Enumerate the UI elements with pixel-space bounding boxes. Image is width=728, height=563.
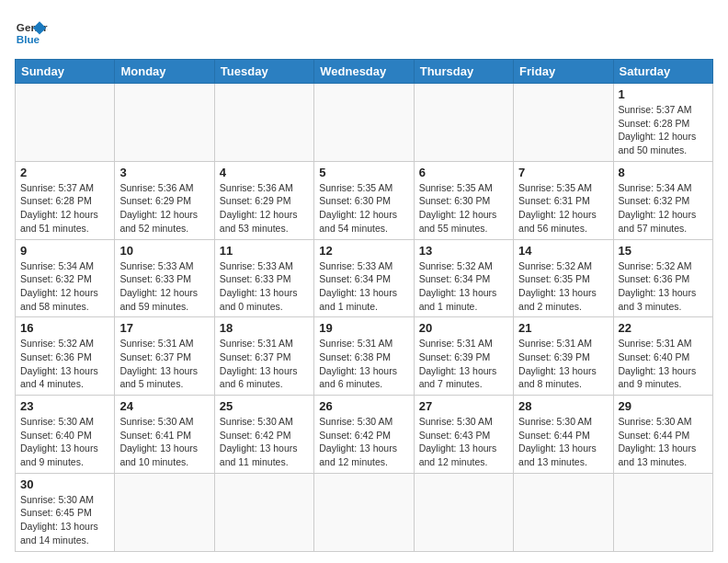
calendar-cell: 7Sunrise: 5:35 AM Sunset: 6:31 PM Daylig… (514, 161, 613, 239)
calendar-cell: 30Sunrise: 5:30 AM Sunset: 6:45 PM Dayli… (16, 473, 115, 551)
calendar-cell (314, 84, 414, 162)
day-number: 5 (319, 166, 408, 179)
calendar-cell: 8Sunrise: 5:34 AM Sunset: 6:32 PM Daylig… (613, 161, 712, 239)
day-header-thursday: Thursday (414, 60, 513, 84)
day-info: Sunrise: 5:30 AM Sunset: 6:40 PM Dayligh… (20, 415, 109, 469)
day-number: 28 (518, 399, 608, 413)
day-info: Sunrise: 5:33 AM Sunset: 6:34 PM Dayligh… (319, 259, 408, 314)
logo-icon: General Blue (15, 15, 48, 48)
day-info: Sunrise: 5:31 AM Sunset: 6:38 PM Dayligh… (319, 337, 408, 391)
calendar-cell (414, 84, 513, 162)
calendar-cell: 28Sunrise: 5:30 AM Sunset: 6:44 PM Dayli… (514, 396, 613, 474)
calendar-cell: 10Sunrise: 5:33 AM Sunset: 6:33 PM Dayli… (115, 239, 214, 317)
day-number: 24 (119, 399, 209, 413)
logo: General Blue (15, 15, 48, 48)
calendar-cell (514, 473, 613, 551)
day-info: Sunrise: 5:34 AM Sunset: 6:32 PM Dayligh… (619, 181, 708, 236)
day-info: Sunrise: 5:35 AM Sunset: 6:30 PM Dayligh… (319, 181, 408, 236)
day-info: Sunrise: 5:32 AM Sunset: 6:34 PM Dayligh… (419, 259, 508, 314)
calendar-cell: 4Sunrise: 5:36 AM Sunset: 6:29 PM Daylig… (214, 161, 313, 239)
day-number: 30 (20, 477, 109, 491)
day-number: 12 (319, 244, 408, 258)
calendar-cell (613, 473, 712, 551)
calendar-cell: 12Sunrise: 5:33 AM Sunset: 6:34 PM Dayli… (314, 239, 414, 317)
day-number: 9 (20, 244, 109, 258)
header: General Blue (15, 15, 713, 48)
calendar-cell: 25Sunrise: 5:30 AM Sunset: 6:42 PM Dayli… (214, 396, 313, 474)
calendar: SundayMondayTuesdayWednesdayThursdayFrid… (15, 59, 713, 552)
day-info: Sunrise: 5:31 AM Sunset: 6:37 PM Dayligh… (220, 337, 309, 391)
calendar-cell: 13Sunrise: 5:32 AM Sunset: 6:34 PM Dayli… (414, 239, 513, 317)
calendar-cell: 23Sunrise: 5:30 AM Sunset: 6:40 PM Dayli… (16, 396, 115, 474)
day-number: 10 (119, 244, 209, 258)
day-number: 27 (419, 399, 508, 413)
day-number: 1 (619, 87, 708, 101)
calendar-cell: 26Sunrise: 5:30 AM Sunset: 6:42 PM Dayli… (314, 396, 414, 474)
calendar-week-row: 2Sunrise: 5:37 AM Sunset: 6:28 PM Daylig… (16, 161, 713, 239)
day-number: 14 (518, 244, 608, 258)
day-number: 23 (20, 399, 109, 413)
day-number: 19 (319, 321, 408, 335)
day-info: Sunrise: 5:37 AM Sunset: 6:28 PM Dayligh… (20, 181, 109, 236)
calendar-week-row: 16Sunrise: 5:32 AM Sunset: 6:36 PM Dayli… (16, 317, 713, 396)
day-info: Sunrise: 5:30 AM Sunset: 6:42 PM Dayligh… (319, 415, 408, 469)
day-number: 18 (220, 321, 309, 335)
calendar-cell: 27Sunrise: 5:30 AM Sunset: 6:43 PM Dayli… (414, 396, 513, 474)
day-number: 25 (220, 399, 309, 413)
calendar-cell: 6Sunrise: 5:35 AM Sunset: 6:30 PM Daylig… (414, 161, 513, 239)
day-number: 2 (20, 166, 109, 179)
day-header-wednesday: Wednesday (314, 60, 414, 84)
calendar-week-row: 9Sunrise: 5:34 AM Sunset: 6:32 PM Daylig… (16, 239, 713, 317)
day-number: 3 (119, 166, 209, 179)
day-info: Sunrise: 5:32 AM Sunset: 6:35 PM Dayligh… (518, 259, 608, 314)
calendar-cell: 9Sunrise: 5:34 AM Sunset: 6:32 PM Daylig… (16, 239, 115, 317)
day-number: 15 (619, 244, 708, 258)
day-number: 4 (220, 166, 309, 179)
calendar-cell: 5Sunrise: 5:35 AM Sunset: 6:30 PM Daylig… (314, 161, 414, 239)
day-info: Sunrise: 5:32 AM Sunset: 6:36 PM Dayligh… (20, 337, 109, 391)
day-number: 8 (619, 166, 708, 179)
day-header-sunday: Sunday (16, 60, 115, 84)
day-info: Sunrise: 5:36 AM Sunset: 6:29 PM Dayligh… (220, 181, 309, 236)
day-number: 17 (119, 321, 209, 335)
day-number: 7 (518, 166, 608, 179)
calendar-header-row: SundayMondayTuesdayWednesdayThursdayFrid… (16, 60, 713, 84)
day-header-monday: Monday (115, 60, 214, 84)
calendar-cell (214, 84, 313, 162)
day-number: 11 (220, 244, 309, 258)
calendar-cell: 14Sunrise: 5:32 AM Sunset: 6:35 PM Dayli… (514, 239, 613, 317)
day-info: Sunrise: 5:33 AM Sunset: 6:33 PM Dayligh… (220, 259, 309, 314)
calendar-cell (16, 84, 115, 162)
calendar-cell: 1Sunrise: 5:37 AM Sunset: 6:28 PM Daylig… (613, 84, 712, 162)
day-number: 16 (20, 321, 109, 335)
calendar-cell: 2Sunrise: 5:37 AM Sunset: 6:28 PM Daylig… (16, 161, 115, 239)
day-number: 20 (419, 321, 508, 335)
calendar-cell: 21Sunrise: 5:31 AM Sunset: 6:39 PM Dayli… (514, 317, 613, 396)
calendar-cell: 17Sunrise: 5:31 AM Sunset: 6:37 PM Dayli… (115, 317, 214, 396)
calendar-cell (214, 473, 313, 551)
day-info: Sunrise: 5:33 AM Sunset: 6:33 PM Dayligh… (119, 259, 209, 314)
day-info: Sunrise: 5:32 AM Sunset: 6:36 PM Dayligh… (619, 259, 708, 314)
calendar-week-row: 23Sunrise: 5:30 AM Sunset: 6:40 PM Dayli… (16, 396, 713, 474)
day-info: Sunrise: 5:31 AM Sunset: 6:40 PM Dayligh… (619, 337, 708, 391)
day-header-friday: Friday (514, 60, 613, 84)
day-info: Sunrise: 5:30 AM Sunset: 6:44 PM Dayligh… (518, 415, 608, 469)
day-number: 13 (419, 244, 508, 258)
calendar-cell: 24Sunrise: 5:30 AM Sunset: 6:41 PM Dayli… (115, 396, 214, 474)
day-header-saturday: Saturday (613, 60, 712, 84)
calendar-week-row: 1Sunrise: 5:37 AM Sunset: 6:28 PM Daylig… (16, 84, 713, 162)
calendar-cell (115, 84, 214, 162)
day-info: Sunrise: 5:30 AM Sunset: 6:41 PM Dayligh… (119, 415, 209, 469)
calendar-cell (414, 473, 513, 551)
calendar-week-row: 30Sunrise: 5:30 AM Sunset: 6:45 PM Dayli… (16, 473, 713, 551)
calendar-cell (314, 473, 414, 551)
day-number: 6 (419, 166, 508, 179)
day-number: 26 (319, 399, 408, 413)
day-info: Sunrise: 5:36 AM Sunset: 6:29 PM Dayligh… (119, 181, 209, 236)
day-info: Sunrise: 5:30 AM Sunset: 6:43 PM Dayligh… (419, 415, 508, 469)
day-number: 21 (518, 321, 608, 335)
calendar-cell: 29Sunrise: 5:30 AM Sunset: 6:44 PM Dayli… (613, 396, 712, 474)
calendar-cell: 3Sunrise: 5:36 AM Sunset: 6:29 PM Daylig… (115, 161, 214, 239)
day-info: Sunrise: 5:34 AM Sunset: 6:32 PM Dayligh… (20, 259, 109, 314)
day-info: Sunrise: 5:37 AM Sunset: 6:28 PM Dayligh… (619, 103, 708, 157)
